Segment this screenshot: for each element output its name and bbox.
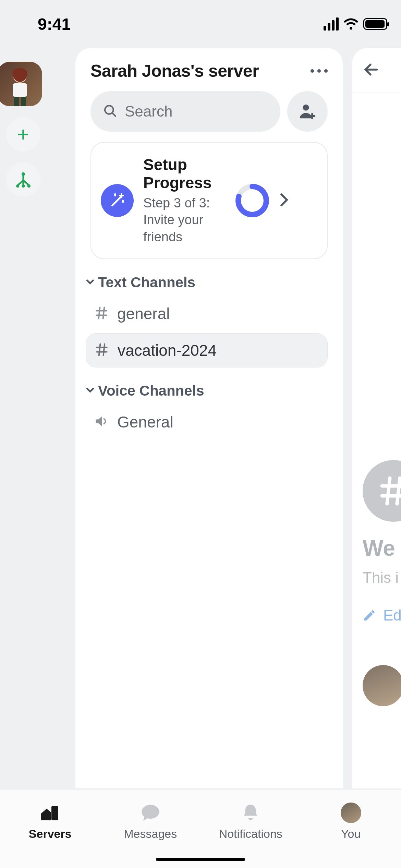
channel-content-peek[interactable]: We This i Ed [352, 48, 401, 788]
back-button[interactable] [363, 73, 380, 79]
cellular-signal-icon [324, 17, 339, 31]
servers-icon [40, 803, 60, 822]
chevron-down-icon [86, 386, 95, 396]
svg-point-11 [27, 184, 30, 188]
search-input[interactable]: Search [90, 91, 280, 132]
pencil-icon [363, 608, 376, 622]
add-server-button[interactable]: + [6, 117, 40, 152]
voice-channel-general[interactable]: General [86, 405, 328, 439]
svg-line-27 [103, 307, 105, 318]
edit-channel-link[interactable]: Ed [363, 607, 401, 624]
svg-line-30 [99, 344, 100, 355]
svg-rect-16 [309, 115, 315, 117]
text-channels-header[interactable]: Text Channels [86, 274, 328, 291]
more-button[interactable] [311, 69, 328, 73]
messages-icon [140, 803, 161, 822]
person-plus-icon [298, 102, 317, 121]
channel-panel: Sarah Jonas's server Search [75, 48, 343, 788]
bottom-tab-bar: Servers Messages Notifications Y [0, 789, 401, 868]
channel-name: General [117, 413, 173, 431]
svg-line-31 [104, 344, 105, 355]
channel-vacation-2024[interactable]: vacation-2024 [86, 333, 328, 367]
svg-rect-37 [51, 806, 58, 820]
chevron-down-icon [86, 277, 95, 288]
channel-general[interactable]: general [86, 297, 328, 330]
hub-icon [14, 170, 33, 189]
welcome-subtitle: This i [363, 569, 401, 586]
setup-subtitle: Step 3 of 3: Invite your friends [143, 195, 226, 245]
setup-progress-ring [235, 183, 269, 218]
message-avatar [363, 665, 401, 706]
home-indicator [156, 858, 245, 861]
welcome-title: We [363, 535, 401, 561]
setup-title: Setup Progress [143, 156, 226, 192]
wand-icon [101, 184, 134, 217]
svg-line-36 [397, 478, 400, 504]
status-bar: 9:41 [0, 0, 401, 41]
tab-label: Notifications [219, 827, 282, 841]
svg-point-9 [16, 184, 19, 188]
student-hub-button[interactable] [6, 162, 40, 197]
status-right [324, 11, 387, 31]
avatar-icon [341, 803, 361, 822]
section-title: Voice Channels [98, 383, 204, 399]
svg-line-17 [112, 197, 121, 206]
setup-progress-card[interactable]: Setup Progress Step 3 of 3: Invite your … [90, 142, 328, 259]
channel-name: vacation-2024 [118, 341, 217, 360]
invite-people-button[interactable] [287, 91, 328, 132]
plus-icon: + [17, 124, 29, 145]
svg-rect-2 [14, 97, 19, 106]
server-avatar[interactable] [0, 62, 42, 106]
hash-icon [94, 305, 109, 322]
tab-you[interactable]: You [301, 803, 401, 841]
wifi-icon [343, 18, 359, 30]
svg-point-14 [303, 105, 309, 111]
tab-label: Messages [124, 827, 177, 841]
status-time: 9:41 [14, 8, 71, 34]
svg-line-13 [112, 113, 116, 116]
more-icon [311, 69, 314, 73]
svg-line-26 [99, 307, 100, 318]
battery-icon [363, 18, 387, 30]
svg-point-10 [22, 184, 25, 188]
speaker-icon [94, 414, 109, 430]
server-title[interactable]: Sarah Jonas's server [90, 61, 259, 81]
hash-icon [94, 342, 109, 359]
search-icon [103, 104, 117, 119]
channel-hash-badge [363, 460, 401, 522]
svg-rect-3 [21, 97, 26, 106]
channel-name: general [117, 304, 170, 323]
voice-channels-header[interactable]: Voice Channels [86, 383, 328, 399]
svg-rect-1 [13, 83, 27, 97]
bell-icon [241, 803, 260, 822]
tab-messages[interactable]: Messages [100, 803, 201, 841]
tab-label: Servers [29, 827, 72, 841]
server-rail: + [0, 48, 46, 197]
tab-notifications[interactable]: Notifications [200, 803, 301, 841]
search-placeholder: Search [125, 103, 172, 120]
chevron-right-icon [279, 193, 289, 208]
svg-line-35 [387, 478, 390, 504]
tab-servers[interactable]: Servers [0, 803, 100, 841]
section-title: Text Channels [98, 274, 195, 291]
tab-label: You [341, 827, 361, 841]
edit-label: Ed [383, 607, 401, 624]
